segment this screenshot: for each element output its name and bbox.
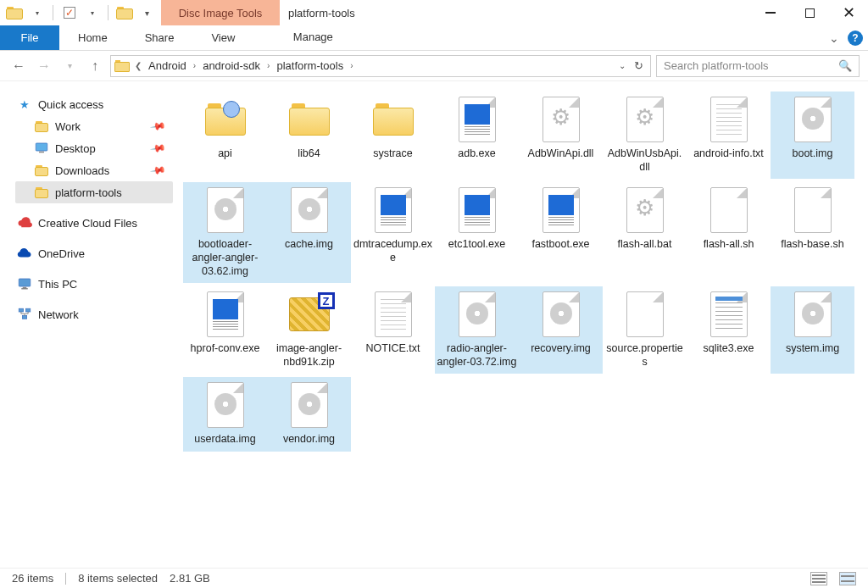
file-label: NOTICE.txt	[366, 342, 420, 356]
creative-cloud-icon	[17, 215, 32, 230]
ribbon-tab-file[interactable]: File	[0, 25, 59, 50]
file-label: bootloader-angler-angler-03.62.img	[186, 238, 265, 278]
close-button[interactable]: ✕	[829, 0, 868, 25]
file-item[interactable]: fastboot.exe	[519, 182, 603, 283]
pin-icon: 📌	[149, 162, 166, 179]
file-label: fastboot.exe	[531, 238, 589, 252]
new-folder-icon[interactable]	[115, 3, 134, 22]
chevron-right-icon[interactable]: ›	[192, 61, 198, 70]
file-item[interactable]: lib64	[267, 92, 351, 179]
file-item[interactable]: Zimage-angler-nbd91k.zip	[267, 286, 351, 374]
ribbon-tab-home[interactable]: Home	[59, 25, 126, 50]
view-details-button[interactable]	[810, 572, 827, 585]
folder-icon[interactable]	[5, 3, 24, 22]
file-label: adb.exe	[458, 147, 495, 161]
nav-up-button[interactable]: ↑	[85, 56, 105, 76]
file-label: system.img	[786, 342, 839, 356]
search-placeholder: Search platform-tools	[664, 59, 769, 72]
minimize-button[interactable]	[751, 0, 790, 25]
breadcrumb[interactable]: platform-tools	[273, 59, 347, 72]
ribbon-tab-view[interactable]: View	[192, 25, 253, 50]
file-item[interactable]: recovery.img	[519, 286, 603, 374]
file-item[interactable]: flash-all.sh	[687, 182, 771, 283]
file-item[interactable]: source.properties	[603, 286, 687, 374]
file-item[interactable]: cache.img	[267, 182, 351, 283]
search-input[interactable]: Search platform-tools 🔍	[656, 55, 860, 77]
folder-icon	[34, 185, 49, 200]
file-item[interactable]: userdata.img	[183, 377, 267, 452]
chevron-right-icon[interactable]: ❮	[133, 61, 143, 70]
file-item[interactable]: bootloader-angler-angler-03.62.img	[183, 182, 267, 283]
breadcrumb[interactable]: Android	[145, 59, 190, 72]
sidebar-network[interactable]: Network	[15, 303, 173, 325]
ribbon: File Home Share View Manage ⌄ ?	[0, 25, 868, 51]
nav-recent-dropdown[interactable]: ▾	[59, 56, 80, 76]
file-label: etc1tool.exe	[448, 238, 505, 252]
file-item[interactable]: systrace	[351, 92, 435, 179]
file-item[interactable]: boot.img	[771, 92, 854, 179]
navigation-pane: ★ Quick access Work📌Desktop📌Downloads📌pl…	[0, 81, 178, 568]
qat-dropdown[interactable]: ▾	[27, 3, 46, 22]
star-icon: ★	[17, 97, 32, 112]
sidebar-item-downloads[interactable]: Downloads📌	[15, 159, 173, 181]
breadcrumb[interactable]: android-sdk	[199, 59, 264, 72]
sidebar-item-label: Creative Cloud Files	[38, 217, 137, 230]
file-item[interactable]: android-info.txt	[687, 92, 771, 179]
svg-rect-0	[36, 143, 47, 151]
file-label: android-info.txt	[693, 147, 764, 161]
refresh-icon[interactable]: ↻	[634, 59, 643, 72]
svg-rect-4	[21, 288, 28, 289]
file-item[interactable]: dmtracedump.exe	[351, 182, 435, 283]
file-item[interactable]: vendor.img	[267, 377, 351, 452]
file-item[interactable]: system.img	[771, 286, 854, 374]
sidebar-item-desktop[interactable]: Desktop📌	[15, 137, 173, 159]
address-dropdown-icon[interactable]: ⌄	[619, 61, 626, 70]
sidebar-item-platform-tools[interactable]: platform-tools	[15, 181, 173, 203]
folder-icon	[34, 119, 49, 134]
sidebar-item-label: This PC	[38, 278, 77, 291]
file-label: flash-all.sh	[704, 238, 754, 252]
file-label: flash-all.bat	[618, 238, 672, 252]
view-large-icons-button[interactable]	[839, 572, 856, 585]
status-selection-count: 8 items selected	[78, 572, 158, 585]
file-label: api	[218, 147, 232, 161]
file-item[interactable]: ⚙AdbWinApi.dll	[519, 92, 603, 179]
file-item[interactable]: radio-angler-angler-03.72.img	[435, 286, 519, 374]
file-item[interactable]: sqlite3.exe	[687, 286, 771, 374]
ribbon-tab-manage[interactable]: Manage	[253, 25, 372, 50]
sidebar-creative-cloud[interactable]: Creative Cloud Files	[15, 212, 173, 234]
properties-checkbox-icon[interactable]: ✓	[60, 3, 79, 22]
address-bar[interactable]: ❮ Android › android-sdk › platform-tools…	[110, 55, 651, 77]
nav-back-button[interactable]: ←	[8, 56, 29, 76]
chevron-right-icon[interactable]: ›	[265, 61, 271, 70]
ribbon-expand-icon[interactable]: ⌄	[829, 31, 839, 45]
address-row: ← → ▾ ↑ ❮ Android › android-sdk › platfo…	[0, 51, 868, 81]
file-item[interactable]: ⚙AdbWinUsbApi.dll	[603, 92, 687, 179]
quick-access-toolbar: ▾ ✓ ▾ ▾	[0, 0, 161, 25]
sidebar-onedrive[interactable]: OneDrive	[15, 242, 173, 264]
svg-rect-3	[23, 287, 27, 289]
sidebar-item-label: Desktop	[55, 142, 96, 155]
maximize-button[interactable]	[790, 0, 829, 25]
file-label: cache.img	[285, 238, 333, 252]
file-listing[interactable]: apilib64systraceadb.exe⚙AdbWinApi.dll⚙Ad…	[178, 81, 868, 568]
file-item[interactable]: adb.exe	[435, 92, 519, 179]
qat-dropdown-2[interactable]: ▾	[82, 3, 101, 22]
help-icon[interactable]: ?	[848, 31, 863, 46]
sidebar-quick-access[interactable]: ★ Quick access	[15, 93, 173, 115]
sidebar-this-pc[interactable]: This PC	[15, 273, 173, 295]
file-item[interactable]: NOTICE.txt	[351, 286, 435, 374]
qat-overflow[interactable]: ▾	[137, 3, 156, 22]
context-tab-disc-image: Disc Image Tools	[161, 0, 280, 25]
file-item[interactable]: etc1tool.exe	[435, 182, 519, 283]
file-item[interactable]: api	[183, 92, 267, 179]
nav-forward-button[interactable]: →	[34, 56, 54, 76]
file-label: sqlite3.exe	[704, 342, 754, 356]
sidebar-item-work[interactable]: Work📌	[15, 115, 173, 137]
ribbon-tab-share[interactable]: Share	[126, 25, 193, 50]
this-pc-icon	[17, 276, 32, 291]
file-item[interactable]: flash-base.sh	[771, 182, 854, 283]
chevron-right-icon[interactable]: ›	[348, 61, 354, 70]
file-item[interactable]: ⚙flash-all.bat	[603, 182, 687, 283]
file-item[interactable]: hprof-conv.exe	[183, 286, 267, 374]
